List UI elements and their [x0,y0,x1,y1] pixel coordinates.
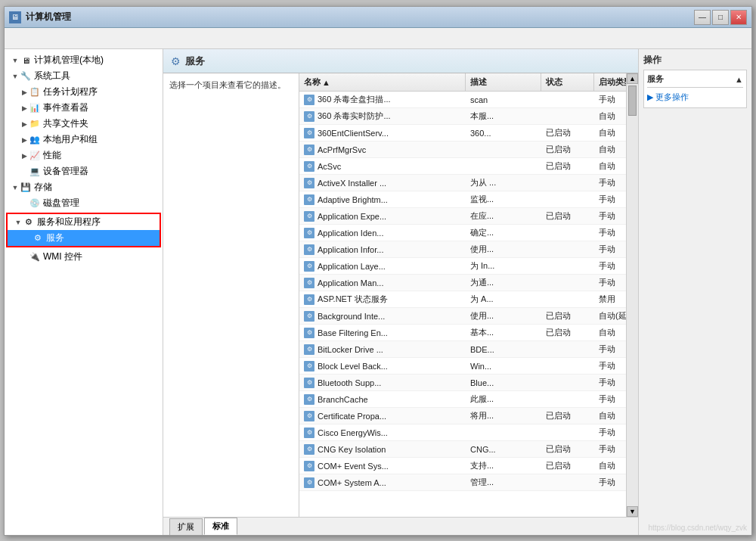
cell-name: ⚙Application Iden... [299,225,466,241]
tab-expand[interactable]: 扩展 [169,518,203,535]
cell-name: ⚙Application Infor... [299,241,466,257]
collapse-arrow-icon[interactable]: ▲ [735,75,743,84]
close-button[interactable]: ✕ [730,10,747,25]
table-row[interactable]: ⚙ActiveX Installer ... 为从 ... 手动 本地系统 [299,175,626,191]
table-row[interactable]: ⚙Application Man... 为通... 手动 本地系统 [299,275,626,291]
cell-desc: 使用... [466,241,541,257]
main-window: 🖥 计算机管理 — □ ✕ ▼ 🖥 计算机管理(本地) ▼ 🔧 系统工具 [4,6,752,536]
table-row[interactable]: ⚙Base Filtering En... 基本... 已启动 自动 本地服务 [299,325,626,341]
cell-startup: 手动 [594,358,626,374]
users-icon: 👥 [29,134,41,146]
device-arrow [20,167,29,176]
table-row[interactable]: ⚙COM+ Event Sys... 支持... 已启动 自动 本地服务 [299,458,626,474]
right-panel: 操作 服务 ▲ ▶ 更多操作 [638,49,751,535]
svcapps-icon: ⚙ [23,216,35,229]
list-header: 名称 ▲ 描述 状态 启动类型 登录为 [299,73,626,92]
tab-standard[interactable]: 标准 [204,518,237,535]
window-title: 计算机管理 [26,11,71,23]
svc-row-icon: ⚙ [304,161,314,172]
shared-icon: 📁 [29,118,41,130]
col-header-name[interactable]: 名称 ▲ [299,73,466,91]
cell-status [541,474,594,490]
table-row[interactable]: ⚙Application Iden... 确定... 手动 本地服务 [299,225,626,241]
cell-desc: CNG... [466,441,541,457]
table-row[interactable]: ⚙COM+ System A... 管理... 手动 本地系统 [299,474,626,491]
disk-icon: 💿 [29,197,41,210]
sidebar-item-local-users[interactable]: ▶ 👥 本地用户和组 [5,132,163,148]
maximize-button[interactable]: □ [712,10,729,25]
scrollbar[interactable]: ▲ ▼ [626,73,638,517]
sidebar-item-wmi[interactable]: 🔌 WMI 控件 [5,249,163,265]
more-actions-link[interactable]: ▶ 更多操作 [647,90,743,104]
wmi-label: WMI 控件 [43,250,82,263]
svcapps-arrow: ▼ [14,218,23,227]
services-description: 选择一个项目来查看它的描述。 [163,73,299,517]
cell-status: 已启动 [541,458,594,474]
table-row[interactable]: ⚙BitLocker Drive ... BDE... 手动 本地系统 [299,341,626,358]
sidebar-item-performance[interactable]: ▶ 📈 性能 [5,148,163,163]
more-actions-arrow-icon: ▶ [647,92,653,102]
cell-desc: scan [466,92,541,107]
table-row[interactable]: ⚙Adaptive Brightm... 监视... 手动 本地服务 [299,191,626,208]
cell-status: 已启动 [541,441,594,457]
table-row[interactable]: ⚙BranchCache 此服... 手动 网络服务 [299,391,626,408]
cell-startup: 手动 [594,341,626,357]
sidebar-item-device-mgr[interactable]: 💻 设备管理器 [5,163,163,179]
table-row[interactable]: ⚙Application Infor... 使用... 手动 本地系统 [299,241,626,258]
table-row[interactable]: ⚙Block Level Back... Win... 手动 本地系统 [299,358,626,375]
cell-name: ⚙ASP.NET 状态服务 [299,291,466,307]
table-row[interactable]: ⚙AcSvc 已启动 自动 本地系统 [299,158,626,175]
table-row[interactable]: ⚙Application Expe... 在应... 已启动 手动 本地系统 [299,208,626,225]
cell-startup: 手动 [594,441,626,457]
sidebar-item-services[interactable]: ⚙ 服务 [8,230,160,246]
cell-desc: 为 A... [466,291,541,307]
cell-status [541,258,594,274]
svc-row-icon: ⚙ [304,178,314,188]
cell-status [541,108,594,124]
cell-startup: 自动 [594,125,626,141]
left-panel: ▼ 🖥 计算机管理(本地) ▼ 🔧 系统工具 ▶ 📋 任务计划程序 ▶ 📊 事件… [5,49,163,535]
cell-name: ⚙360 杀毒全盘扫描... [299,92,466,107]
sidebar-item-disk-mgmt[interactable]: 💿 磁盘管理 [5,195,163,211]
sidebar-item-storage[interactable]: ▼ 💾 存储 [5,179,163,195]
scroll-track[interactable] [627,84,638,506]
scroll-thumb[interactable] [628,86,637,116]
svc-row-icon: ⚙ [304,145,314,155]
table-row[interactable]: ⚙360 杀毒全盘扫描... scan 手动 本地系统 [299,92,626,108]
table-row[interactable]: ⚙CNG Key Isolation CNG... 已启动 手动 本地系统 [299,441,626,458]
col-header-desc[interactable]: 描述 [466,73,541,91]
sidebar-item-shared-folders[interactable]: ▶ 📁 共享文件夹 [5,116,163,132]
table-row[interactable]: ⚙360EntClientServ... 360... 已启动 自动 本地系统 [299,125,626,141]
tree-root[interactable]: ▼ 🖥 计算机管理(本地) [5,52,163,68]
cell-startup: 自动 [594,141,626,157]
scroll-up[interactable]: ▲ [627,73,638,84]
table-row[interactable]: ⚙Application Laye... 为 In... 手动 本地服务 [299,258,626,275]
sidebar-item-task-sched[interactable]: ▶ 📋 任务计划程序 [5,84,163,100]
cell-name: ⚙BitLocker Drive ... [299,341,466,357]
table-row[interactable]: ⚙Certificate Propa... 将用... 已启动 自动 本地系统 [299,408,626,424]
event-arrow: ▶ [20,104,29,113]
col-header-startup[interactable]: 启动类型 [594,73,626,91]
svc-arrow [23,234,32,243]
cell-desc: Win... [466,358,541,374]
sidebar-item-event-viewer[interactable]: ▶ 📊 事件查看器 [5,100,163,116]
table-row[interactable]: ⚙AcPrfMgrSvc 已启动 自动 本地系统 [299,141,626,158]
cell-name: ⚙360EntClientServ... [299,125,466,141]
table-row[interactable]: ⚙360 杀毒实时防护... 本服... 自动 本地系统 [299,108,626,125]
table-row[interactable]: ⚙ASP.NET 状态服务 为 A... 禁用 网络服务 [299,291,626,308]
sidebar-item-services-apps[interactable]: ▼ ⚙ 服务和应用程序 [8,214,160,230]
cell-name: ⚙Background Inte... [299,308,466,324]
cell-startup: 自动 [594,108,626,124]
col-header-status[interactable]: 状态 [541,73,594,91]
sort-arrow: ▲ [322,78,330,87]
table-row[interactable]: ⚙Cisco EnergyWis... 手动 本地系统 [299,424,626,441]
table-row[interactable]: ⚙Bluetooth Supp... Blue... 手动 本地服务 [299,375,626,391]
sidebar-item-sys-tools[interactable]: ▼ 🔧 系统工具 [5,68,163,84]
cell-desc [466,424,541,440]
table-row[interactable]: ⚙Background Inte... 使用... 已启动 自动(延迟... 本… [299,308,626,325]
scroll-down[interactable]: ▼ [627,506,638,517]
minimize-button[interactable]: — [694,10,711,25]
svc-row-icon: ⚙ [304,394,314,405]
cell-desc [466,141,541,157]
cell-status: 已启动 [541,141,594,157]
